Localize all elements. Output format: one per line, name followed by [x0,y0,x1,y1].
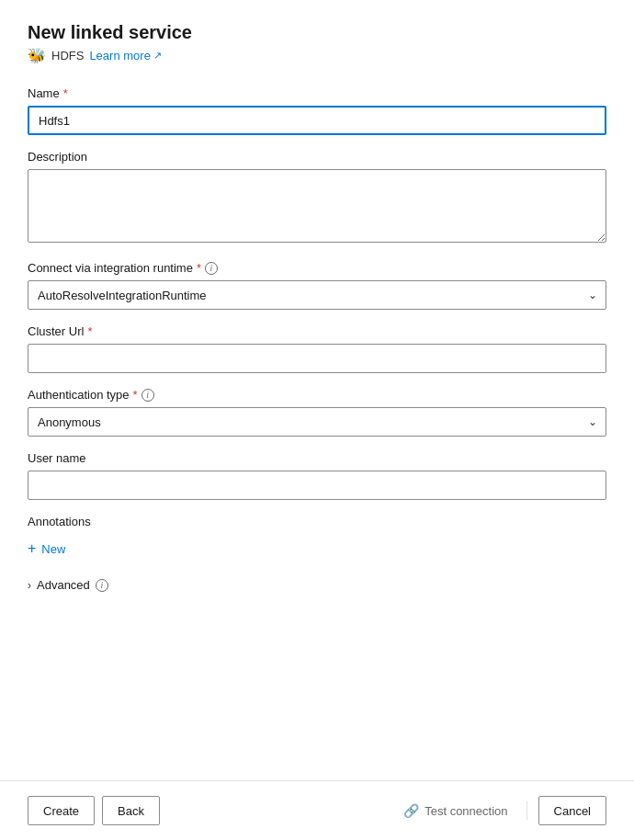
description-textarea[interactable] [28,169,606,243]
create-button[interactable]: Create [28,796,95,825]
annotations-title: Annotations [28,515,606,528]
auth-type-group: Authentication type * i Anonymous Window… [28,388,606,437]
advanced-chevron-right-icon: › [28,579,31,592]
footer-divider [526,801,527,820]
subtitle-row: 🐝 HDFS Learn more ↗ [28,47,606,64]
user-name-input[interactable] [28,471,606,500]
name-required-star: * [63,86,68,100]
new-annotation-button[interactable]: + New [28,538,65,560]
integration-runtime-label: Connect via integration runtime * i [28,261,606,275]
integration-runtime-info-icon: i [205,262,218,275]
footer-right: 🔗 Test connection Cancel [396,796,606,825]
integration-runtime-select-wrapper: AutoResolveIntegrationRuntime ⌄ [28,280,606,310]
auth-type-info-icon: i [142,389,154,402]
page-title: New linked service [28,22,606,43]
footer: Create Back 🔗 Test connection Cancel [0,780,634,840]
name-input[interactable] [28,106,606,135]
integration-runtime-select[interactable]: AutoResolveIntegrationRuntime [28,280,606,310]
footer-left: Create Back [28,796,160,825]
external-link-icon: ↗ [153,50,162,62]
advanced-label: Advanced [37,578,90,592]
advanced-section[interactable]: › Advanced i [28,574,606,596]
user-name-group: User name [28,451,606,500]
test-connection-link-icon: 🔗 [403,803,419,818]
user-name-label: User name [28,451,606,465]
annotations-section: Annotations + New [28,515,606,560]
cancel-button[interactable]: Cancel [538,796,606,825]
main-content: New linked service 🐝 HDFS Learn more ↗ N… [0,0,634,780]
auth-type-required-star: * [133,388,138,402]
auth-type-select[interactable]: Anonymous Windows [28,407,606,437]
integration-runtime-required-star: * [197,261,201,275]
test-connection-button[interactable]: 🔗 Test connection [396,803,515,818]
cluster-url-label: Cluster Url * [28,324,606,338]
cluster-url-group: Cluster Url * [28,324,606,373]
test-connection-label: Test connection [425,804,507,818]
cluster-url-input[interactable] [28,344,606,373]
name-field-group: Name * [28,86,606,135]
cluster-url-required-star: * [87,324,92,338]
plus-icon: + [28,541,36,556]
back-button[interactable]: Back [102,796,160,825]
auth-type-label: Authentication type * i [28,388,606,402]
auth-type-select-wrapper: Anonymous Windows ⌄ [28,407,606,437]
description-field-group: Description [28,150,606,246]
learn-more-link[interactable]: Learn more ↗ [89,49,161,62]
hdfs-label: HDFS [51,49,84,62]
new-annotation-label: New [41,542,65,556]
advanced-info-icon: i [96,579,108,592]
name-label: Name * [28,86,606,100]
hdfs-icon: 🐝 [28,47,46,64]
integration-runtime-group: Connect via integration runtime * i Auto… [28,261,606,310]
description-label: Description [28,150,606,164]
